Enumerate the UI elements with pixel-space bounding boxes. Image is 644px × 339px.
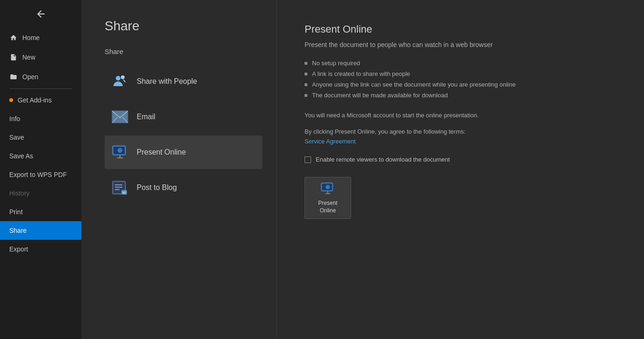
bullet-item-3: Anyone using the link can see the docume… xyxy=(305,79,616,90)
back-button[interactable] xyxy=(0,0,81,28)
email-icon xyxy=(112,108,128,125)
sidebar-item-save-as[interactable]: Save As xyxy=(0,147,81,165)
svg-point-8 xyxy=(119,149,121,151)
share-option-post-blog[interactable]: W Post to Blog xyxy=(105,171,262,204)
post-blog-label: Post to Blog xyxy=(137,183,177,192)
detail-subtitle: Present the document to people who can w… xyxy=(305,41,616,48)
sidebar-item-save[interactable]: Save xyxy=(0,128,81,147)
sidebar-label-save: Save xyxy=(9,134,24,141)
terms-text: By clicking Present Online, you agree to… xyxy=(305,128,616,135)
sidebar-label-get-add-ins: Get Add-ins xyxy=(18,96,52,104)
present-online-label: Present Online xyxy=(137,148,186,156)
bullet-text-4: The document will be made available for … xyxy=(312,92,448,99)
bullet-item-1: No setup required xyxy=(305,58,616,68)
main-content: Share Share Share with People xyxy=(81,0,644,339)
bullet-square-3 xyxy=(305,83,307,86)
sidebar-item-export-wps[interactable]: Export to WPS PDF xyxy=(0,165,81,184)
sidebar-label-export-wps: Export to WPS PDF xyxy=(9,171,67,178)
service-agreement-link[interactable]: Service Agreement xyxy=(305,138,356,145)
svg-point-1 xyxy=(121,75,125,79)
sidebar-divider xyxy=(9,88,72,89)
sidebar-label-home: Home xyxy=(22,34,40,41)
post-blog-icon: W xyxy=(112,179,128,196)
sidebar-item-info[interactable]: Info xyxy=(0,109,81,128)
sidebar-label-share: Share xyxy=(9,227,27,234)
home-icon xyxy=(9,34,18,42)
bullet-text-1: No setup required xyxy=(312,60,360,67)
svg-text:W: W xyxy=(122,190,126,195)
sidebar-item-open[interactable]: Open xyxy=(0,67,81,87)
open-icon xyxy=(9,73,18,81)
share-option-email[interactable]: Email xyxy=(105,100,262,134)
sidebar-item-export[interactable]: Export xyxy=(0,240,81,258)
sidebar-item-history[interactable]: History xyxy=(0,184,81,203)
sidebar-label-save-as: Save As xyxy=(9,152,33,160)
bullet-square-1 xyxy=(305,62,307,65)
sidebar-item-print[interactable]: Print xyxy=(0,203,81,221)
bullet-list: No setup required A link is created to s… xyxy=(305,58,616,101)
present-online-button-icon xyxy=(320,181,335,196)
share-option-people[interactable]: Share with People xyxy=(105,65,262,98)
add-ins-dot xyxy=(9,98,13,102)
sidebar-item-get-add-ins[interactable]: Get Add-ins xyxy=(0,91,81,109)
download-checkbox[interactable] xyxy=(305,156,311,163)
email-label: Email xyxy=(137,113,155,121)
share-people-label: Share with People xyxy=(137,77,197,86)
bullet-square-2 xyxy=(305,73,307,75)
checkbox-row: Enable remote viewers to download the do… xyxy=(305,156,616,163)
sidebar-label-open: Open xyxy=(22,73,38,81)
sidebar-label-new: New xyxy=(22,54,35,61)
bullet-item-2: A link is created to share with people xyxy=(305,68,616,79)
sidebar-item-share[interactable]: Share xyxy=(0,221,81,240)
account-note: You will need a Microsoft account to sta… xyxy=(305,112,616,119)
bullet-item-4: The document will be made available for … xyxy=(305,90,616,101)
svg-point-21 xyxy=(327,186,329,188)
sidebar: Home New Open Get Add-ins Info Save Save… xyxy=(0,0,81,339)
share-people-icon xyxy=(112,73,128,90)
share-option-present-online[interactable]: Present Online xyxy=(105,136,262,169)
detail-title: Present Online xyxy=(305,23,616,35)
share-panel: Share Share Share with People xyxy=(81,0,277,339)
bullet-text-2: A link is created to share with people xyxy=(312,70,410,77)
sidebar-item-new[interactable]: New xyxy=(0,47,81,67)
sidebar-label-export: Export xyxy=(9,245,28,253)
present-online-button-label: PresentOnline xyxy=(318,200,337,214)
share-section-title: Share xyxy=(105,47,262,55)
sidebar-label-history: History xyxy=(9,190,30,197)
sidebar-item-home[interactable]: Home xyxy=(0,28,81,47)
new-icon xyxy=(9,53,18,61)
back-arrow-icon xyxy=(35,8,46,20)
present-online-button[interactable]: PresentOnline xyxy=(305,177,351,219)
sidebar-label-info: Info xyxy=(9,115,20,122)
sidebar-label-print: Print xyxy=(9,208,23,216)
detail-panel: Present Online Present the document to p… xyxy=(277,0,644,339)
bullet-text-3: Anyone using the link can see the docume… xyxy=(312,81,516,88)
checkbox-label: Enable remote viewers to download the do… xyxy=(316,156,450,163)
svg-point-0 xyxy=(116,76,120,81)
present-online-icon xyxy=(112,144,128,161)
page-title: Share xyxy=(105,19,262,34)
bullet-square-4 xyxy=(305,94,307,97)
